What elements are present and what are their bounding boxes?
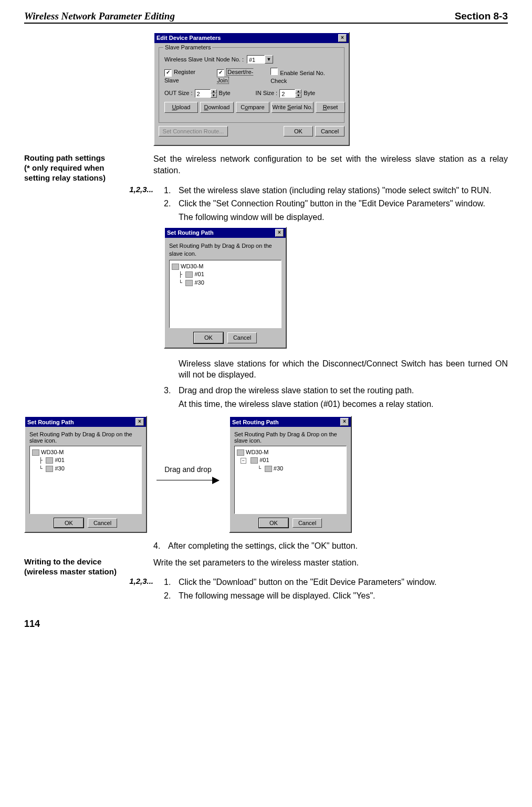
set-routing-path-dialog-before: Set Routing Path × Set Routing Path by D… xyxy=(24,416,147,533)
routing-heading: Routing path settings (* only required w… xyxy=(24,153,153,183)
compare-button[interactable]: Compare xyxy=(236,102,269,113)
step-3-note: At this time, the wireless slave station… xyxy=(179,399,508,410)
write-step-1: 1.Click the "Download" button on the "Ed… xyxy=(164,577,508,588)
dialog-titlebar: Set Routing Path × xyxy=(230,417,351,427)
writing-heading: Writing to the device (wireless master s… xyxy=(24,557,153,577)
download-button[interactable]: Download xyxy=(200,102,234,113)
register-slave-checkbox[interactable]: ✓Register Slave xyxy=(164,68,208,85)
device-icon xyxy=(265,466,272,472)
edit-device-parameters-dialog: Edit Device Parameters × Slave Parameter… xyxy=(153,32,350,146)
ok-button[interactable]: OK xyxy=(259,518,288,528)
ok-button[interactable]: OK xyxy=(194,332,223,343)
cancel-button[interactable]: Cancel xyxy=(315,126,345,137)
in-size-label: IN Size : xyxy=(256,89,278,97)
steps-label: 1,2,3... xyxy=(24,185,164,195)
group-title: Slave Parameters xyxy=(163,44,212,51)
step-1: 1.Set the wireless slave station (includ… xyxy=(164,185,508,196)
device-icon xyxy=(172,264,179,270)
close-icon[interactable]: × xyxy=(338,34,347,42)
device-icon xyxy=(185,280,193,286)
routing-intro-text: Set the wireless network configuration t… xyxy=(153,153,508,176)
reset-button[interactable]: Reset xyxy=(316,102,345,113)
cancel-button[interactable]: Cancel xyxy=(88,518,117,528)
drag-and-drop-arrow: Drag and drop xyxy=(147,465,229,484)
out-size-label: OUT Size : xyxy=(164,89,193,97)
dialog-title-text: Set Routing Path xyxy=(167,229,214,237)
node-no-label: Wireless Slave Unit Node No. : xyxy=(164,56,244,64)
dialog-titlebar: Edit Device Parameters × xyxy=(154,33,349,43)
node-no-select[interactable]: #1 ▼ xyxy=(247,55,273,64)
dialog-titlebar: Set Routing Path × xyxy=(25,417,146,427)
cancel-button[interactable]: Cancel xyxy=(293,518,322,528)
device-icon xyxy=(237,449,244,456)
enable-serial-checkbox[interactable]: Enable Serial No. Check xyxy=(270,68,339,85)
routing-tree[interactable]: WD30-M ├ #01 └ #30 xyxy=(29,446,142,514)
close-icon[interactable]: × xyxy=(340,418,349,426)
step-3: 3.Drag and drop the wireless slave stati… xyxy=(164,385,508,396)
arrow-right-icon xyxy=(157,477,220,484)
step-4: 4.After completing the settings, click t… xyxy=(153,540,508,552)
device-icon xyxy=(46,466,53,472)
routing-tree[interactable]: WD30-M − #01 └ #30 xyxy=(234,446,347,514)
in-byte-label: Byte xyxy=(304,89,315,97)
dialog-title-text: Edit Device Parameters xyxy=(157,34,221,42)
header-section-right: Section 8-3 xyxy=(455,11,508,22)
device-icon xyxy=(46,457,53,464)
tree-note-text: Wireless slave stations for which the Di… xyxy=(179,358,508,381)
writing-intro-text: Write the set parameters to the wireless… xyxy=(153,557,508,569)
routing-hint-text: Set Routing Path by Drag & Drop on the s… xyxy=(169,242,281,258)
out-byte-label: Byte xyxy=(219,89,231,97)
collapse-icon[interactable]: − xyxy=(241,458,246,464)
step-2: 2.Click the "Set Connection Routing" but… xyxy=(164,198,508,209)
close-icon[interactable]: × xyxy=(135,418,144,426)
out-size-input[interactable]: 2 ▲▼ xyxy=(195,89,217,98)
desert-rejoin-checkbox[interactable]: ✓Desert/re-Join xyxy=(217,68,262,85)
cancel-button[interactable]: Cancel xyxy=(227,332,257,343)
close-icon[interactable]: × xyxy=(275,229,284,237)
device-icon xyxy=(185,271,193,278)
write-serial-button[interactable]: Write Serial No. xyxy=(272,102,314,113)
device-icon xyxy=(32,449,39,456)
set-routing-path-dialog-after: Set Routing Path × Set Routing Path by D… xyxy=(229,416,352,533)
dialog-titlebar: Set Routing Path × xyxy=(165,228,286,238)
ok-button[interactable]: OK xyxy=(284,126,313,137)
steps-label: 1,2,3... xyxy=(24,577,164,586)
in-size-input[interactable]: 2 ▲▼ xyxy=(279,89,301,98)
write-step-2: 2.The following message will be displaye… xyxy=(164,590,508,602)
set-routing-path-dialog: Set Routing Path × Set Routing Path by D… xyxy=(164,227,287,349)
slave-parameters-group: Slave Parameters Wireless Slave Unit Nod… xyxy=(159,47,345,123)
page-number: 114 xyxy=(24,619,508,630)
upload-button[interactable]: Upload xyxy=(164,102,198,113)
step-2-note: The following window will be displayed. xyxy=(179,212,508,223)
set-connection-route-button[interactable]: Set Connection Route... xyxy=(159,126,228,137)
page-header: Wireless Network Parameter Editing Secti… xyxy=(24,11,508,24)
ok-button[interactable]: OK xyxy=(54,518,84,528)
header-title-left: Wireless Network Parameter Editing xyxy=(24,11,175,22)
routing-tree[interactable]: WD30-M ├ #01 └ #30 xyxy=(169,260,281,328)
device-icon xyxy=(251,457,258,464)
chevron-down-icon[interactable]: ▼ xyxy=(265,55,273,64)
